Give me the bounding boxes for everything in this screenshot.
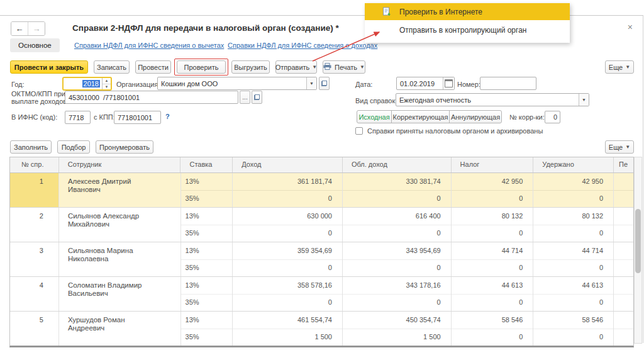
forward-button[interactable]: → bbox=[28, 22, 45, 35]
send-button[interactable]: Отправить▼ bbox=[275, 60, 317, 74]
pick-button[interactable]: Подбор bbox=[57, 140, 90, 154]
column-header[interactable]: Удержано bbox=[533, 157, 614, 172]
chevron-down-icon: ▼ bbox=[360, 65, 365, 70]
tax-value: 0 bbox=[452, 225, 533, 242]
tab-main[interactable]: Основное bbox=[10, 38, 60, 52]
withheld-value: 44 714 bbox=[533, 242, 613, 259]
help-icon[interactable]: ? bbox=[165, 113, 170, 120]
table-more-button[interactable]: Еще▼ bbox=[605, 140, 634, 154]
taxable-value: 343 954,69 bbox=[343, 242, 451, 259]
corr-no-label: № корр-ки: bbox=[509, 113, 545, 121]
column-header[interactable]: Пе bbox=[614, 157, 633, 172]
taxable-value: 0 bbox=[343, 259, 451, 276]
oktmo-input[interactable]: 45301000 /771801001 bbox=[65, 91, 238, 104]
table-row[interactable]: 4Соломатин Владимир Васильевич13%35%358 … bbox=[10, 277, 633, 312]
fill-button[interactable]: Заполнить bbox=[10, 140, 52, 154]
kpp-label: с КПП: bbox=[94, 113, 115, 121]
column-header[interactable]: Доход bbox=[233, 157, 343, 172]
tax-value: 0 bbox=[452, 190, 533, 207]
post-button[interactable]: Провести bbox=[135, 60, 171, 74]
cell-employee: Сильянова Марина Николаевна bbox=[59, 242, 181, 276]
toolbar: Провести и закрыть Записать Провести Про… bbox=[10, 60, 634, 74]
taxable-value: 616 400 bbox=[343, 208, 451, 225]
cell-employee: Соломатин Владимир Васильевич bbox=[59, 277, 181, 311]
tax-value: 0 bbox=[452, 294, 533, 311]
open-link-icon bbox=[321, 81, 327, 86]
year-stepper[interactable]: ▲▼ bbox=[102, 78, 111, 89]
history-nav: ← → bbox=[11, 21, 45, 36]
column-header[interactable]: Обл. доход bbox=[343, 157, 452, 172]
income-value: 1 500 bbox=[233, 329, 342, 346]
income-value: 359 354,69 bbox=[233, 242, 342, 259]
cell-rate: 13%35% bbox=[181, 173, 233, 207]
cell-employee: Хуршудов Роман Андреевич bbox=[59, 312, 181, 346]
date-input[interactable]: 01.02.2019 bbox=[396, 77, 455, 90]
check-button[interactable]: Проверить bbox=[177, 60, 226, 74]
chevron-down-icon[interactable]: ▼ bbox=[306, 77, 316, 89]
income-value: 0 bbox=[233, 190, 342, 207]
employee-name: Сильянова Марина Николаевна bbox=[68, 247, 153, 262]
table-row[interactable]: 2Сильянов Александр Михайлович13%35%630 … bbox=[10, 208, 633, 242]
cell-tax: 42 9500 bbox=[452, 173, 534, 207]
oktmo-more-button[interactable]: ... bbox=[240, 91, 250, 104]
year-input[interactable]: 2018 ▲▼ bbox=[62, 77, 112, 91]
cell-taxable: 616 4000 bbox=[343, 208, 452, 242]
column-header[interactable]: № спр. bbox=[10, 157, 59, 172]
cell-transferred bbox=[614, 312, 633, 346]
scrollbar-thumb[interactable] bbox=[635, 209, 641, 273]
taxable-value: 343 178,16 bbox=[343, 277, 451, 294]
taxable-value: 1 500 bbox=[343, 329, 451, 346]
withheld-value: 80 132 bbox=[533, 208, 613, 225]
unload-button[interactable]: Выгрузить bbox=[231, 60, 270, 74]
rate-value: 13% bbox=[181, 242, 233, 259]
calendar-icon[interactable] bbox=[443, 77, 454, 89]
print-button[interactable]: Печать▼ bbox=[323, 60, 365, 74]
renumber-button[interactable]: Пронумеровать bbox=[96, 140, 153, 154]
link-income-info[interactable]: Справки НДФЛ для ИФНС сведения о доходах bbox=[228, 42, 377, 49]
cell-withheld: 58 5460 bbox=[533, 312, 614, 346]
cell-row-number: 3 bbox=[10, 242, 59, 276]
cell-row-number: 4 bbox=[10, 277, 59, 311]
number-input[interactable] bbox=[480, 77, 536, 90]
menu-item-check-online[interactable]: Проверить в Интернете bbox=[365, 3, 570, 20]
cell-taxable: 343 954,690 bbox=[343, 242, 452, 276]
organization-input[interactable]: Кошкин дом ООО ▼ bbox=[157, 77, 317, 90]
ifns-label: В ИФНС (код): bbox=[11, 113, 57, 121]
archived-checkbox[interactable] bbox=[355, 127, 363, 135]
table-row[interactable]: 1Алексеев Дмитрий Иванович13%35%361 181,… bbox=[10, 173, 633, 208]
chevron-down-icon[interactable]: ▼ bbox=[579, 94, 589, 106]
cell-withheld: 44 7140 bbox=[533, 242, 614, 276]
vertical-scrollbar[interactable] bbox=[634, 157, 642, 344]
link-deductions-info[interactable]: Справки НДФЛ для ИФНС сведения о вычетах bbox=[74, 42, 224, 49]
cell-withheld: 80 1320 bbox=[533, 208, 614, 242]
kind-select[interactable]: Ежегодная отчетность ▼ bbox=[396, 93, 589, 106]
number-label: Номер: bbox=[457, 81, 480, 88]
table-row[interactable]: 3Сильянова Марина Николаевна13%35%359 35… bbox=[10, 242, 633, 277]
cell-tax: 80 1320 bbox=[452, 208, 534, 242]
save-button[interactable]: Записать bbox=[94, 60, 130, 74]
oktmo-open-button[interactable] bbox=[252, 91, 262, 104]
close-icon[interactable]: × bbox=[628, 23, 633, 31]
toggle-annulling[interactable]: Аннулирующая bbox=[449, 110, 502, 123]
corr-no-input[interactable]: 0 bbox=[545, 111, 560, 123]
column-header[interactable]: Сотрудник bbox=[59, 157, 181, 172]
withheld-value: 0 bbox=[533, 225, 613, 242]
toggle-original[interactable]: Исходная bbox=[357, 110, 392, 123]
year-label: Год: bbox=[11, 81, 25, 88]
organization-open-button[interactable] bbox=[319, 77, 330, 90]
post-and-close-button[interactable]: Провести и закрыть bbox=[10, 60, 88, 74]
kpp-input[interactable]: 771801001 bbox=[114, 111, 161, 124]
page-title: Справки 2-НДФЛ для передачи в налоговый … bbox=[72, 23, 339, 33]
back-button[interactable]: ← bbox=[11, 22, 28, 35]
ifns-code-input[interactable]: 7718 bbox=[65, 111, 91, 124]
cell-rate: 13%35% bbox=[181, 208, 233, 242]
cell-withheld: 42 9500 bbox=[533, 173, 614, 207]
table-row[interactable]: 5Хуршудов Роман Андреевич13%35%461 554,7… bbox=[10, 312, 633, 346]
toolbar-more-button[interactable]: Еще▼ bbox=[605, 60, 634, 74]
column-header[interactable]: Налог bbox=[452, 157, 534, 172]
open-link-icon bbox=[254, 94, 260, 100]
menu-item-send-to-authority[interactable]: Отправить в контролирующий орган bbox=[365, 20, 570, 40]
toggle-correcting[interactable]: Корректирующая bbox=[391, 110, 450, 123]
withheld-value: 0 bbox=[533, 259, 613, 276]
column-header[interactable]: Ставка bbox=[180, 157, 233, 172]
